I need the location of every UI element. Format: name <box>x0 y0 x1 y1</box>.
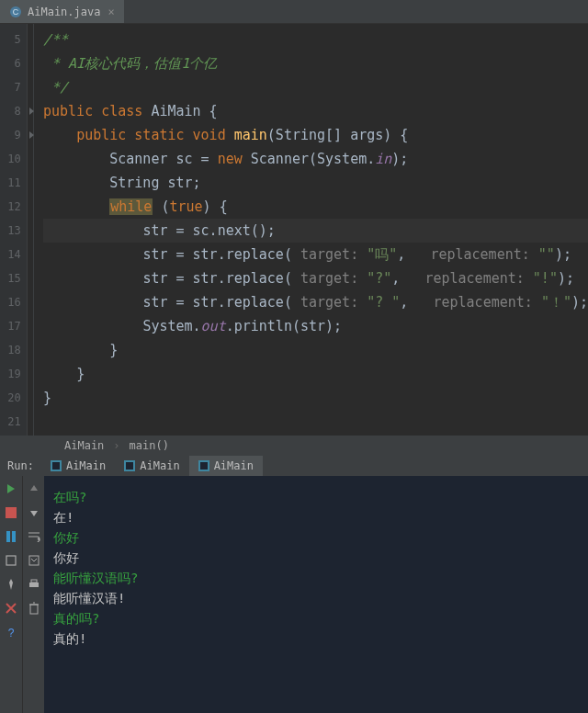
line-number: 10 <box>0 147 27 171</box>
line-number: 20 <box>0 386 27 410</box>
fold-run-icon[interactable] <box>29 108 34 115</box>
line-number: 11 <box>0 171 27 195</box>
code-area[interactable]: /** * AI核心代码，估值1个亿 */ public class AiMai… <box>34 24 588 436</box>
scroll-to-end-button[interactable] <box>27 553 41 568</box>
code-editor[interactable]: 56789101112131415161718192021 /** * AI核心… <box>0 24 588 436</box>
code-text: str = str.replace( <box>142 246 300 263</box>
console-input-line: 在吗? <box>53 487 579 507</box>
line-number: 15 <box>0 266 27 290</box>
run-config-label: AiMain <box>214 459 254 472</box>
help-button[interactable]: ? <box>4 625 18 639</box>
param-hint: target: <box>300 294 367 311</box>
console-output-line: 在! <box>53 507 579 527</box>
code-text: ( <box>153 198 169 215</box>
code-text: } <box>109 342 118 358</box>
keyword: public static void <box>76 127 226 143</box>
code-text: , <box>397 246 430 263</box>
console-output-line: 能听懂汉语! <box>53 588 579 608</box>
up-arrow-icon[interactable] <box>27 481 41 496</box>
svg-text:C: C <box>13 7 19 17</box>
keyword: while <box>109 198 153 215</box>
code-text: } <box>76 366 85 382</box>
line-number: 7 <box>0 75 27 99</box>
console-input-line: 真的吗? <box>53 608 579 628</box>
svg-rect-15 <box>31 580 37 583</box>
console-toolbar <box>22 476 44 713</box>
breadcrumb: AiMain › main() <box>0 436 588 456</box>
console-input-line: 你好 <box>53 527 579 548</box>
line-number: 5 <box>0 28 27 51</box>
comment: * AI核心代码，估值1个亿 <box>43 55 217 72</box>
console-output[interactable]: 在吗?在!你好你好能听懂汉语吗?能听懂汉语!真的吗?真的! <box>44 476 588 713</box>
code-text: str = str.replace( <box>142 294 300 311</box>
param-hint: replacement: <box>424 270 532 287</box>
string: "!" <box>533 270 558 287</box>
run-config-label: AiMain <box>140 459 179 472</box>
run-app-icon <box>124 460 135 471</box>
svg-text:?: ? <box>8 627 15 638</box>
svg-rect-11 <box>6 556 16 565</box>
close-button[interactable] <box>4 601 18 616</box>
line-number: 6 <box>0 51 27 75</box>
svg-rect-14 <box>29 583 39 587</box>
keyword: new <box>218 151 243 167</box>
string: "！" <box>541 294 571 311</box>
field: in <box>375 151 391 167</box>
run-config-tab[interactable]: AiMain <box>189 456 263 476</box>
java-class-icon: C <box>9 6 22 18</box>
svg-rect-16 <box>30 605 38 614</box>
keyword: public class <box>43 103 142 119</box>
svg-rect-3 <box>52 462 60 470</box>
run-config-tab[interactable]: AiMain <box>41 456 115 476</box>
code-text: , <box>391 270 424 287</box>
param-hint: target: <box>300 246 367 263</box>
code-text: ); <box>571 294 588 311</box>
svg-rect-13 <box>29 556 39 565</box>
code-text: } <box>43 390 51 406</box>
field: out <box>201 318 226 334</box>
run-config-label: AiMain <box>66 459 106 472</box>
code-text: String str; <box>109 175 200 191</box>
keyword: true <box>169 198 202 215</box>
pin-button[interactable] <box>4 577 18 592</box>
print-button[interactable] <box>27 577 41 592</box>
down-arrow-icon[interactable] <box>27 505 41 520</box>
line-number: 19 <box>0 362 27 386</box>
run-tool-tabbar: Run: AiMainAiMainAiMain <box>0 456 588 476</box>
file-tab[interactable]: C AiMain.java × <box>0 0 124 23</box>
fold-run-icon[interactable] <box>29 131 34 139</box>
code-text: ); <box>555 246 571 263</box>
svg-rect-9 <box>6 531 10 542</box>
dump-threads-button[interactable] <box>4 553 18 568</box>
code-text: System. <box>142 318 200 334</box>
string: "" <box>538 246 555 263</box>
comment: /** <box>43 31 68 48</box>
file-tab-label: AiMain.java <box>28 6 100 18</box>
breadcrumb-method[interactable]: main() <box>130 439 169 452</box>
editor-tabbar: C AiMain.java × <box>0 0 588 24</box>
code-text: Scanner sc = <box>109 151 217 167</box>
param-hint: target: <box>300 270 367 287</box>
soft-wrap-button[interactable] <box>27 529 41 544</box>
line-gutter: 56789101112131415161718192021 <box>0 24 27 436</box>
param-hint: replacement: <box>433 294 540 311</box>
line-number: 18 <box>0 338 27 362</box>
run-app-icon <box>51 460 62 471</box>
code-text: .println(str); <box>226 318 342 334</box>
line-number: 8 <box>0 99 27 123</box>
close-icon[interactable]: × <box>107 6 114 18</box>
code-text: ) { <box>203 198 228 215</box>
code-text: str = sc.next(); <box>142 222 276 239</box>
trash-icon[interactable] <box>27 601 41 616</box>
pause-button[interactable] <box>4 529 18 544</box>
svg-rect-8 <box>6 507 17 518</box>
rerun-button[interactable] <box>4 481 18 496</box>
breadcrumb-class[interactable]: AiMain <box>64 439 104 452</box>
run-config-tab[interactable]: AiMain <box>115 456 188 476</box>
line-number: 9 <box>0 123 27 147</box>
class-name: AiMain { <box>142 103 217 119</box>
code-text: Scanner(System. <box>243 151 376 167</box>
code-text: ); <box>391 151 408 167</box>
chevron-right-icon: › <box>113 439 119 452</box>
stop-button[interactable] <box>4 505 18 520</box>
